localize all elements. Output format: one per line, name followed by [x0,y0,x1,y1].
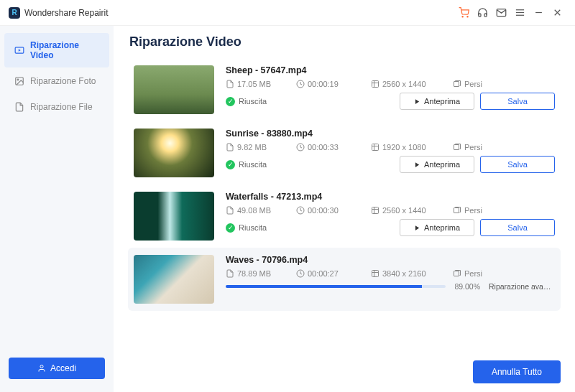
thumbnail [134,255,214,304]
file-resolution: 2560 x 1440 [371,80,450,88]
svg-marker-10 [19,49,21,52]
svg-rect-24 [454,208,459,213]
svg-rect-19 [372,144,379,151]
resolution-icon [371,80,380,88]
file-row: Waterfalls - 47213.mp4 49.08 MB 00:00:30… [128,185,561,248]
file-persi: Persi [453,80,497,88]
file-name: Sheep - 57647.mp4 [226,65,555,75]
svg-point-13 [40,365,43,368]
menu-icon[interactable] [510,4,529,22]
file-duration: 00:00:19 [296,80,368,88]
mail-icon[interactable] [492,4,510,22]
svg-rect-27 [372,271,379,277]
svg-rect-15 [372,81,379,88]
file-size: 17.05 MB [226,80,293,88]
app-name: Wondershare Repairit [24,8,109,18]
save-button[interactable]: Salva [480,156,555,173]
file-duration: 00:00:33 [296,143,368,151]
save-button[interactable]: Salva [480,219,555,236]
titlebar: R Wondershare Repairit [0,0,575,26]
layers-icon [453,80,461,88]
thumbnail [134,129,214,177]
sidebar-item-repair-photo[interactable]: Riparazione Foto [4,69,109,93]
svg-point-0 [462,17,463,17]
play-icon [414,98,420,105]
status-success: ✓Riuscita [226,160,267,169]
preview-button[interactable]: Anteprima [400,93,474,110]
progress-percent: 89.00% [454,282,480,291]
check-icon: ✓ [226,97,235,106]
brand: R Wondershare Repairit [9,7,109,19]
svg-marker-17 [415,99,419,104]
file-name: Waterfalls - 47213.mp4 [226,192,555,202]
preview-button[interactable]: Anteprima [400,156,474,173]
cart-icon[interactable] [454,4,473,22]
file-resolution: 3840 x 2160 [371,269,450,278]
page-title: Riparazione Video [129,34,561,50]
support-icon[interactable] [473,4,492,22]
svg-rect-28 [454,271,459,276]
file-persi: Persi [453,143,497,151]
close-icon[interactable] [548,4,566,22]
file-name: Waves - 70796.mp4 [226,255,555,265]
file-row: Sunrise - 83880.mp4 9.82 MB 00:00:33 192… [128,121,561,185]
file-persi: Persi [453,206,497,215]
sidebar-item-label: Riparazione Video [30,40,99,60]
cancel-all-button[interactable]: Annulla Tutto [473,360,561,383]
sidebar-item-label: Riparazione Foto [30,76,96,86]
svg-rect-23 [372,207,379,214]
file-resolution: 2560 x 1440 [371,206,450,215]
file-name: Sunrise - 83880.mp4 [226,129,555,139]
login-button[interactable]: Accedi [9,358,105,379]
sidebar-item-repair-video[interactable]: Riparazione Video [4,33,109,67]
progress-bar: 89.00% Riparazione avanzat... [226,282,555,291]
thumbnail [134,192,214,241]
user-icon [37,364,46,373]
file-icon [226,80,234,88]
file-row-progress: Waves - 70796.mp4 78.89 MB 00:00:27 3840… [128,248,561,311]
file-duration: 00:00:30 [296,206,368,215]
file-list: Sheep - 57647.mp4 17.05 MB 00:00:19 2560… [128,58,561,356]
photo-icon [14,76,24,86]
preview-button[interactable]: Anteprima [400,219,474,236]
footer: Annulla Tutto [128,356,561,383]
file-size: 9.82 MB [226,143,293,151]
svg-point-12 [17,79,19,80]
main-content: Riparazione Video Sheep - 57647.mp4 17.0… [114,26,575,392]
file-size: 78.89 MB [226,269,293,278]
sidebar-item-label: Riparazione File [30,102,93,112]
svg-rect-16 [454,82,459,87]
file-resolution: 1920 x 1080 [371,143,450,151]
file-row: Sheep - 57647.mp4 17.05 MB 00:00:19 2560… [128,58,561,121]
svg-marker-25 [415,225,419,230]
status-success: ✓Riuscita [226,223,267,233]
svg-marker-21 [415,162,419,167]
sidebar-item-repair-file[interactable]: Riparazione File [4,95,109,119]
clock-icon [296,80,305,88]
file-persi: Persi [453,269,497,278]
file-icon [14,102,24,112]
sidebar: Riparazione Video Riparazione Foto Ripar… [0,26,114,392]
status-success: ✓Riuscita [226,97,267,106]
file-size: 49.08 MB [226,206,293,215]
thumbnail [134,65,214,114]
progress-label: Riparazione avanzat... [489,282,555,291]
minimize-icon[interactable] [529,4,548,22]
video-icon [14,45,24,55]
file-duration: 00:00:27 [296,269,368,278]
app-logo-icon: R [9,7,20,19]
svg-point-1 [466,17,467,17]
svg-rect-20 [454,145,459,150]
save-button[interactable]: Salva [480,93,555,110]
